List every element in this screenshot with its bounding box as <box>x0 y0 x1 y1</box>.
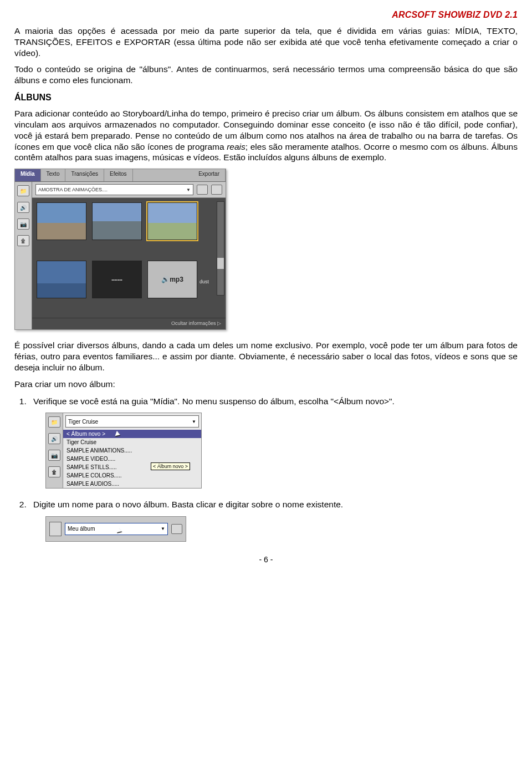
after-fig1-p1: É possível criar diversos álbuns, dando … <box>14 340 518 373</box>
thumb-caption: dust <box>200 279 209 284</box>
acquire-icon[interactable]: 🔊 <box>48 433 60 444</box>
thumb-image-selected[interactable] <box>147 202 197 240</box>
list-item[interactable]: SAMPLE VIDEO..... < Álbum novo > <box>63 455 201 463</box>
chevron-down-icon: ▼ <box>186 187 191 192</box>
figure-album-dropdown: 📁 🔊 📷 🗑 Tiger Cruise ▼ < Álbum novo > Ti… <box>45 413 518 489</box>
thumb-image[interactable] <box>37 261 86 298</box>
thumb-audio[interactable]: 🔊 mp3 <box>147 261 197 298</box>
album-field-value: Tiger Cruise <box>68 419 98 425</box>
delete-icon[interactable]: 🗑 <box>48 466 60 477</box>
view-grid-icon[interactable] <box>211 185 222 195</box>
thumb-video[interactable]: ••••••• <box>92 261 142 298</box>
intro-paragraph-1: A maioria das opções é acessada por meio… <box>14 26 518 58</box>
tab-transicoes[interactable]: Transições <box>65 169 104 181</box>
page-number: - 6 - <box>14 555 518 564</box>
album-dropdown[interactable]: AMOSTRA DE ANIMAÇÕES.... ▼ <box>35 184 193 195</box>
list-item[interactable]: SAMPLE AUDIOS..... <box>63 480 201 488</box>
tab-texto[interactable]: Texto <box>41 169 66 181</box>
album-name-value: Meu álbum <box>68 526 95 532</box>
tab-row: Mídia Texto Transições Efeitos Exportar <box>15 169 226 182</box>
chevron-down-icon: ▼ <box>161 526 165 531</box>
tab-exportar[interactable]: Exportar <box>193 169 226 181</box>
step-1: Verifique se você está na guia "Mídia". … <box>29 395 518 408</box>
album-name-input[interactable]: Meu álbum ▼ <box>65 523 168 535</box>
cursor-icon <box>116 431 122 439</box>
list-item[interactable]: SAMPLE ANIMATIONS..... <box>63 446 201 455</box>
albuns-text-italic: reais <box>227 142 245 151</box>
list-item[interactable]: SAMPLE COLORS..... <box>63 471 201 480</box>
side-toolbar: 📁 🔊 📷 🗑 <box>15 182 32 329</box>
thumb-image[interactable] <box>92 202 142 240</box>
scrollbar[interactable] <box>217 201 224 296</box>
figure-rename-field: Meu álbum ▼ <box>45 516 518 542</box>
open-folder-icon[interactable] <box>49 522 62 536</box>
intro-paragraph-2: Todo o conteúdo se origina de "álbuns". … <box>14 64 518 86</box>
thumb-image[interactable] <box>37 202 86 240</box>
hide-info-label: Ocultar informações <box>171 321 216 326</box>
view-list-icon[interactable] <box>171 524 182 534</box>
open-folder-icon[interactable]: 📁 <box>17 185 29 196</box>
tooltip: < Álbum novo > <box>151 462 190 470</box>
albuns-paragraph: Para adicionar conteúdo ao Storyboard/Li… <box>14 108 518 163</box>
panel-footer[interactable]: Ocultar informações ▷ <box>32 318 226 329</box>
chevron-down-icon: ▼ <box>192 419 196 424</box>
album-field[interactable]: Tiger Cruise ▼ <box>65 415 199 428</box>
page-header: ARCSOFT SHOWBIZ DVD 2.1 <box>14 10 518 20</box>
tab-midia[interactable]: Mídia <box>15 169 41 181</box>
list-item-new-album[interactable]: < Álbum novo > <box>63 430 201 438</box>
step-2: Digite um nome para o novo álbum. Basta … <box>29 499 518 511</box>
view-list-icon[interactable] <box>197 185 208 195</box>
list-item[interactable]: Tiger Cruise <box>63 438 201 446</box>
list-item-label: SAMPLE VIDEO..... <box>66 456 115 462</box>
list-item-label: < Álbum novo > <box>66 431 105 437</box>
after-fig1-p2: Para criar um novo álbum: <box>14 379 518 390</box>
cursor-icon <box>117 528 124 536</box>
delete-icon[interactable]: 🗑 <box>17 235 29 246</box>
camera-icon[interactable]: 📷 <box>48 450 60 461</box>
open-folder-icon[interactable]: 📁 <box>48 416 60 428</box>
tab-efeitos[interactable]: Efeitos <box>104 169 133 181</box>
figure-media-panel: Mídia Texto Transições Efeitos Exportar … <box>14 169 518 330</box>
camera-icon[interactable]: 📷 <box>17 218 29 230</box>
album-dropdown-label: AMOSTRA DE ANIMAÇÕES.... <box>38 187 108 192</box>
section-heading-albuns: ÁLBUNS <box>14 93 518 103</box>
thumbnail-grid: ••••••• 🔊 mp3 dust <box>32 198 226 318</box>
acquire-icon[interactable]: 🔊 <box>17 202 29 213</box>
mp3-label: mp3 <box>170 276 183 283</box>
